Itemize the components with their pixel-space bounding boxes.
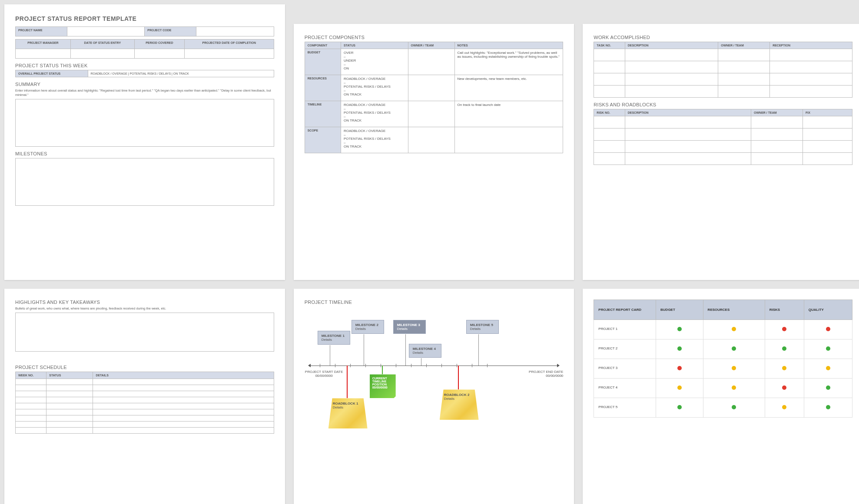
rc-status-cell <box>765 339 804 359</box>
notes-timeline: On track to final launch date <box>454 101 563 127</box>
th-report-card: PROJECT REPORT CARD <box>594 300 656 320</box>
page-6: PROJECT REPORT CARD BUDGET RESOURCES RIS… <box>583 289 859 504</box>
comp-scope: SCOPE <box>305 127 341 153</box>
page-4: HIGHLIGHTS AND KEY TAKEAWAYS Bullets of … <box>4 289 285 504</box>
page-2: PROJECT COMPONENTS COMPONENT STATUS OWNE… <box>294 24 574 280</box>
th-component: COMPONENT <box>305 42 341 49</box>
th-sdetails: DETAILS <box>93 372 274 379</box>
rc-status-cell <box>703 398 765 418</box>
rc-status-cell <box>765 398 804 418</box>
end-label: PROJECT END DATE00/00/0000 <box>524 370 563 378</box>
timeline-area: MILESTONE 1Details MILESTONE 2Details MI… <box>305 309 564 431</box>
lbl-projected: PROJECTED DATE OF COMPLETION <box>184 40 274 49</box>
status-scope: ROADBLOCK / OVERAGE – POTENTIAL RISKS / … <box>341 127 408 153</box>
rc-status-cell <box>656 398 703 418</box>
rc-project-name: PROJECT 4 <box>594 379 656 398</box>
th-quality: QUALITY <box>804 300 852 320</box>
summary-box <box>15 99 274 147</box>
summary-hint: Enter information here about overall sta… <box>15 89 274 97</box>
rc-status-cell <box>703 359 765 379</box>
lbl-entry: DATE OF STATUS ENTRY <box>70 40 134 49</box>
status-dot-icon <box>826 405 830 409</box>
th-reception: RECEPTION <box>770 42 852 49</box>
overall-status-table: OVERALL PROJECT STATUSROADBLOCK / OVERAG… <box>15 70 274 77</box>
milestone-1: MILESTONE 1Details <box>318 331 350 345</box>
comp-budget: BUDGET <box>305 49 341 75</box>
components-title: PROJECT COMPONENTS <box>305 35 564 40</box>
th-owner: OWNER / TEAM <box>408 42 454 49</box>
project-info-table: PROJECT NAMEPROJECT CODE <box>15 26 274 36</box>
status-dot-icon <box>732 327 736 331</box>
risk-title: RISKS AND ROADBLOCKS <box>594 102 852 107</box>
page-5: PROJECT TIMELINE MILESTONE 1Details MILE… <box>294 289 574 504</box>
th-budget: BUDGET <box>656 300 703 320</box>
milestones-title: MILESTONES <box>15 151 274 156</box>
rc-status-cell <box>656 359 703 379</box>
rc-project-name: PROJECT 1 <box>594 320 656 339</box>
roadblock-2: ROADBLOCK 2Details <box>440 389 479 420</box>
rc-status-cell <box>804 398 852 418</box>
schedule-title: PROJECT SCHEDULE <box>15 365 274 370</box>
notes-budget: Call out highlights: "Exceptional work."… <box>454 49 563 75</box>
status-dot-icon <box>732 405 736 409</box>
timeline-title: PROJECT TIMELINE <box>305 300 564 305</box>
report-card-table: PROJECT REPORT CARD BUDGET RESOURCES RIS… <box>594 300 852 418</box>
page-3: WORK ACCOMPLISHED TASK NO.DESCRIPTIONOWN… <box>583 24 859 280</box>
overall-status-opts: ROADBLOCK / OVERAGE | POTENTIAL RISKS / … <box>88 70 274 77</box>
risk-table: RISK NO.DESCRIPTIONOWNER / TEAMFIX <box>594 109 852 165</box>
lbl-period: PERIOD COVERED <box>134 40 184 49</box>
work-table: TASK NO.DESCRIPTIONOWNER / TEAMRECEPTION <box>594 42 852 98</box>
rc-status-cell <box>765 379 804 398</box>
rc-status-cell <box>804 379 852 398</box>
rc-status-cell <box>656 320 703 339</box>
start-label: PROJECT START DATE00/00/0000 <box>305 370 344 378</box>
rc-project-name: PROJECT 3 <box>594 359 656 379</box>
work-title: WORK ACCOMPLISHED <box>594 35 852 40</box>
notes-scope <box>454 127 563 153</box>
milestone-5: MILESTONE 5Details <box>466 320 499 334</box>
rc-status-cell <box>804 320 852 339</box>
rc-status-cell <box>703 339 765 359</box>
rc-status-cell <box>804 339 852 359</box>
status-dot-icon <box>677 327 682 331</box>
week-status-title: PROJECT STATUS THIS WEEK <box>15 63 274 68</box>
rc-status-cell <box>765 359 804 379</box>
components-table: COMPONENT STATUS OWNER / TEAM NOTES BUDG… <box>305 42 564 153</box>
th-weekno: WEEK NO. <box>16 372 46 379</box>
status-dot-icon <box>782 327 786 331</box>
status-dot-icon <box>782 366 786 370</box>
highlights-box <box>15 313 274 352</box>
status-dot-icon <box>826 346 830 351</box>
highlights-hint: Bullets of great work, who owns what, wh… <box>15 306 274 311</box>
rc-status-cell <box>765 320 804 339</box>
th-risks: RISKS <box>765 300 804 320</box>
milestone-4: MILESTONE 4Details <box>409 344 441 358</box>
schedule-table: WEEK NO.STATUSDETAILS <box>15 372 274 434</box>
overall-status-label: OVERALL PROJECT STATUS <box>16 70 88 77</box>
lbl-manager: PROJECT MANAGER <box>16 40 71 49</box>
th-rowner: OWNER / TEAM <box>751 109 803 116</box>
milestones-box <box>15 158 274 206</box>
th-rdesc: DESCRIPTION <box>625 109 751 116</box>
status-dot-icon <box>782 385 786 390</box>
status-dot-icon <box>826 385 830 390</box>
status-dot-icon <box>732 366 736 370</box>
th-taskno: TASK NO. <box>594 42 625 49</box>
th-fix: FIX <box>803 109 852 116</box>
lbl-project-code: PROJECT CODE <box>145 27 196 36</box>
th-desc: DESCRIPTION <box>625 42 718 49</box>
status-dot-icon <box>677 405 682 409</box>
project-meta-table: PROJECT MANAGER DATE OF STATUS ENTRY PER… <box>15 39 274 59</box>
comp-timeline: TIMELINE <box>305 101 341 127</box>
summary-title: SUMMARY <box>15 82 274 87</box>
rc-project-name: PROJECT 2 <box>594 339 656 359</box>
rc-status-cell <box>804 359 852 379</box>
status-dot-icon <box>826 327 830 331</box>
current-position: CURRENT TIMELINE POSITION 00/00/0000 <box>370 374 396 398</box>
rc-project-name: PROJECT 5 <box>594 398 656 418</box>
roadblock-1: ROADBLOCK 1Details <box>328 398 368 428</box>
page-title: PROJECT STATUS REPORT TEMPLATE <box>15 15 274 22</box>
comp-resources: RESOURCES <box>305 75 341 101</box>
status-dot-icon <box>677 366 682 370</box>
rc-status-cell <box>656 379 703 398</box>
